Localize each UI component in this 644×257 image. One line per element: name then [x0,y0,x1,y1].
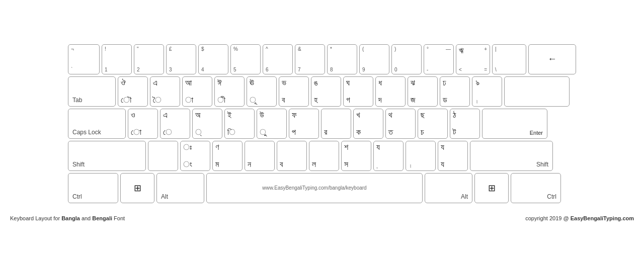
key-bracket-close[interactable]: ঌ । [472,76,502,107]
footer: Keyboard Layout for Bangla and Bengali F… [0,213,644,223]
key-b[interactable]: ব [277,141,307,171]
key-tab[interactable]: Tab [68,76,116,107]
key-x[interactable]: ঃ ং [180,141,210,171]
key-u[interactable]: ঙ হ [311,76,341,107]
key-h[interactable]: ফ প [289,109,319,139]
key-comma[interactable]: য , [373,141,404,171]
key-win-left[interactable]: ⊞ [120,173,154,203]
row-bottom: Ctrl ⊞ Alt www.EasyBengaliTyping.com/ban… [68,173,576,203]
key-space[interactable]: www.EasyBengaliTyping.com/bangla/keyboar… [206,173,423,203]
key-t[interactable]: ঊ ূ [247,76,277,107]
key-bracket-open[interactable]: ঢ ড [440,76,470,107]
key-q[interactable]: ঔ ৌ [118,76,148,107]
key-backtick[interactable]: ¬ ` [68,44,100,74]
key-alt-left[interactable]: Alt [156,173,204,203]
key-l[interactable]: থ ত [385,109,416,139]
key-a[interactable]: ও ো [128,109,158,139]
key-shift-left[interactable]: Shift [68,141,146,171]
key-c[interactable]: ণ ম [212,141,243,171]
footer-left: Keyboard Layout for Bangla and Bengali F… [10,215,125,221]
key-capslock[interactable]: Caps Lock [68,109,126,139]
key-minus[interactable]: °— - [424,44,454,74]
key-pipe[interactable]: | \ [492,44,526,74]
row-qwerty: Tab ঔ ৌ এ ৈ আ া [68,76,576,107]
key-blank[interactable] [148,141,178,171]
key-i[interactable]: ঘ গ [343,76,373,107]
key-quote[interactable]: ঠ ট [450,109,480,139]
key-k[interactable]: খ ক [353,109,383,139]
key-equals[interactable]: ঋ+ <= [456,44,490,74]
key-d[interactable]: অ ্ [192,109,222,139]
key-e[interactable]: আ া [182,76,212,107]
keyboard: ¬ ` ! 1 " 2 £ [58,34,586,213]
key-o[interactable]: ধ দ [375,76,406,107]
key-r[interactable]: ঈ ী [214,76,245,107]
row-number: ¬ ` ! 1 " 2 £ [68,44,576,74]
key-shift-right[interactable]: Shift [470,141,553,171]
key-y[interactable]: ভ ব [279,76,309,107]
key-enter[interactable]: Enter [482,109,547,139]
key-alt-right[interactable]: Alt [425,173,472,203]
key-s[interactable]: এ ে [160,109,190,139]
key-p[interactable]: ঝ জ [408,76,438,107]
key-f[interactable]: ই ি [224,109,255,139]
key-backspace[interactable]: ← [528,44,576,74]
footer-right: copyright 2019 @ EasyBengaliTyping.com [525,215,634,221]
key-0[interactable]: ) 0 [391,44,422,74]
key-semicolon[interactable]: ছ চ [418,109,448,139]
key-9[interactable]: ( 9 [359,44,389,74]
row-asdf: Caps Lock ও ো এ ে অ ্ [68,109,576,139]
key-w[interactable]: এ ৈ [150,76,180,107]
key-j[interactable]: র [321,109,351,139]
key-g[interactable]: উ ু [257,109,287,139]
key-1[interactable]: ! 1 [102,44,132,74]
key-n[interactable]: ল [309,141,339,171]
key-4[interactable]: $ 4 [198,44,228,74]
key-win-right[interactable]: ⊞ [474,173,509,203]
key-8[interactable]: * 8 [327,44,357,74]
key-m[interactable]: শ স [341,141,371,171]
key-2[interactable]: " 2 [134,44,164,74]
key-v[interactable]: ন [245,141,275,171]
key-5[interactable]: % 5 [230,44,261,74]
key-enter-top[interactable] [504,76,570,107]
key-7[interactable]: & 7 [295,44,325,74]
key-ctrl-right[interactable]: Ctrl [511,173,561,203]
key-6[interactable]: ^ 6 [263,44,293,74]
key-period[interactable]: । [406,141,436,171]
key-ctrl-left[interactable]: Ctrl [68,173,118,203]
key-slash[interactable]: য য [438,141,468,171]
key-3[interactable]: £ 3 [166,44,196,74]
row-zxcv: Shift ঃ ং ণ ম [68,141,576,171]
